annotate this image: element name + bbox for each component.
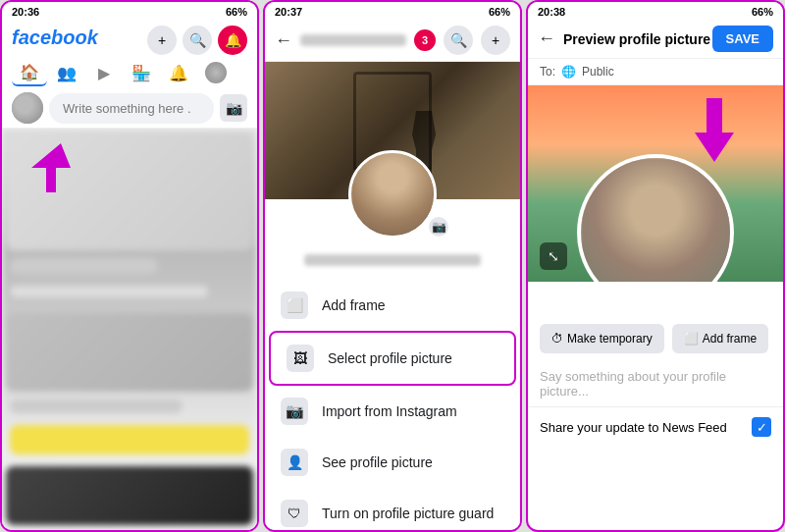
photo-icon[interactable]: 📷 <box>220 94 247 122</box>
see-profile-label: See profile picture <box>322 454 433 470</box>
to-row: To: 🌐 Public <box>528 59 783 85</box>
user-avatar <box>12 92 43 124</box>
globe-icon: 🌐 <box>561 65 576 79</box>
header-icons: + 🔍 🔔 <box>147 26 247 55</box>
menu-see-profile-picture[interactable]: 👤 See profile picture <box>265 437 520 488</box>
add-frame-btn-3[interactable]: ⬜ Add frame <box>672 324 768 353</box>
to-label: To: <box>540 65 555 79</box>
write-row: Write something here . 📷 <box>12 92 247 124</box>
time-3: 20:38 <box>538 6 565 18</box>
time-1: 20:36 <box>12 6 39 18</box>
nav-friends[interactable]: 👥 <box>49 59 84 86</box>
caption-placeholder: Say something about your profile picture… <box>540 369 726 399</box>
menu-turn-on-guard[interactable]: 🛡 Turn on profile picture guard <box>265 488 520 530</box>
guard-icon: 🛡 <box>281 500 308 527</box>
p2-header: ← 3 🔍 + <box>265 20 520 62</box>
back-button-3[interactable]: ← <box>538 28 555 49</box>
camera-badge[interactable]: 📷 <box>427 215 450 239</box>
panel-preview-profile: 20:38 66% ← Preview profile picture SAVE… <box>526 0 785 532</box>
p3-spacer <box>528 282 783 316</box>
p1-top-row: facebook + 🔍 🔔 <box>12 26 247 55</box>
select-picture-icon: 🖼 <box>287 345 314 372</box>
share-checkbox[interactable]: ✓ <box>752 417 771 437</box>
time-2: 20:37 <box>275 6 302 18</box>
preview-title: Preview profile picture <box>563 31 710 47</box>
add-frame-label-3: Add frame <box>703 332 757 346</box>
notification-button[interactable]: 🔔 <box>218 26 247 55</box>
notification-badge[interactable]: 3 <box>414 29 436 51</box>
nav-profile[interactable] <box>198 59 234 86</box>
see-profile-icon: 👤 <box>281 449 308 476</box>
caption-area[interactable]: Say something about your profile picture… <box>528 361 783 407</box>
add-button[interactable]: + <box>147 26 177 55</box>
write-box[interactable]: Write something here . <box>49 93 214 124</box>
add-frame-icon: ⬜ <box>281 292 308 319</box>
profile-circle[interactable] <box>348 150 437 239</box>
save-arrow <box>685 93 744 176</box>
menu-select-profile-picture[interactable]: 🖼 Select profile picture <box>269 331 516 386</box>
nav-marketplace[interactable]: 🏪 <box>124 59 159 86</box>
nav-notifications[interactable]: 🔔 <box>161 59 196 86</box>
status-bar-2: 20:37 66% <box>265 2 520 20</box>
status-bar-3: 20:38 66% <box>528 2 783 20</box>
preview-image-area: ⤡ <box>528 85 783 282</box>
add-btn-2[interactable]: + <box>481 26 510 55</box>
battery-1: 66% <box>226 6 247 18</box>
username-display <box>304 254 481 266</box>
p3-header: ← Preview profile picture SAVE <box>528 20 783 59</box>
p3-header-left: ← Preview profile picture <box>538 28 710 49</box>
share-label: Share your update to News Feed <box>540 420 727 435</box>
menu-add-frame[interactable]: ⬜ Add frame <box>265 280 520 331</box>
make-temporary-label: Make temporary <box>567 332 653 346</box>
nav-video[interactable]: ▶ <box>86 59 122 86</box>
status-bar-1: 20:36 66% <box>2 2 257 20</box>
make-temporary-btn[interactable]: ⏱ Make temporary <box>540 324 664 353</box>
battery-3: 66% <box>752 6 773 18</box>
username-header <box>300 34 406 46</box>
profile-pic-area: 📷 <box>265 62 520 199</box>
select-picture-label: Select profile picture <box>328 350 452 366</box>
profile-inner-photo <box>351 153 434 236</box>
resize-icon[interactable]: ⤡ <box>540 242 567 270</box>
panel-facebook-home: 20:36 66% facebook + 🔍 🔔 🏠 👥 ▶ 🏪 <box>0 0 259 532</box>
battery-2: 66% <box>489 6 510 18</box>
action-buttons: ⏱ Make temporary ⬜ Add frame <box>528 316 783 361</box>
nav-home[interactable]: 🏠 <box>12 59 47 86</box>
search-btn-2[interactable]: 🔍 <box>444 26 473 55</box>
import-instagram-label: Import from Instagram <box>322 403 457 419</box>
profile-menu: ⬜ Add frame 🖼 Select profile picture 📷 I… <box>265 276 520 530</box>
save-button[interactable]: SAVE <box>712 26 773 52</box>
p1-content <box>2 129 257 530</box>
facebook-logo: facebook <box>12 27 98 49</box>
clock-icon: ⏱ <box>551 332 563 346</box>
frame-icon: ⬜ <box>684 332 699 346</box>
nav-bar: 🏠 👥 ▶ 🏪 🔔 <box>12 59 247 86</box>
arrow-pointer <box>22 138 80 201</box>
search-button[interactable]: 🔍 <box>183 26 212 55</box>
share-row: Share your update to News Feed ✓ <box>528 407 783 447</box>
p1-header: facebook + 🔍 🔔 🏠 👥 ▶ 🏪 🔔 <box>2 20 257 129</box>
instagram-icon: 📷 <box>281 398 308 425</box>
preview-person <box>581 158 730 282</box>
panel-profile-menu: 20:37 66% ← 3 🔍 + 📷 <box>263 0 522 532</box>
guard-label: Turn on profile picture guard <box>322 505 494 521</box>
visibility-label: Public <box>582 65 614 79</box>
back-button-2[interactable]: ← <box>275 30 292 51</box>
add-frame-label: Add frame <box>322 297 386 313</box>
menu-import-instagram[interactable]: 📷 Import from Instagram <box>265 386 520 437</box>
